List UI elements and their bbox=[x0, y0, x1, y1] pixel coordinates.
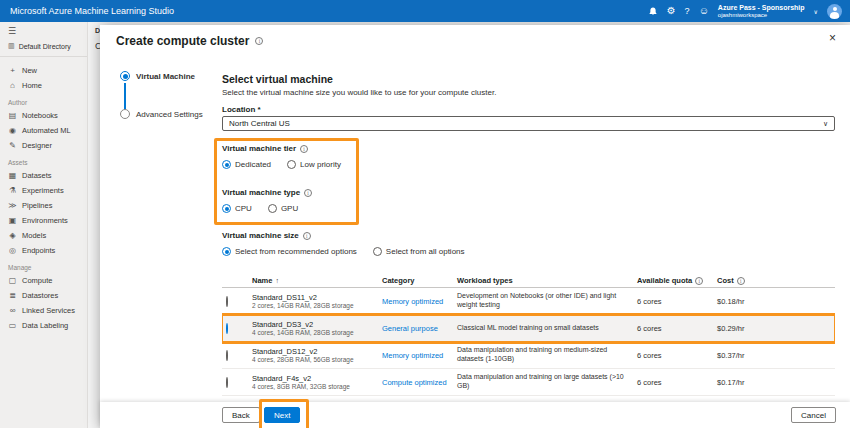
dialog-footer: Back Next Cancel bbox=[100, 402, 850, 428]
vm-category-link[interactable]: Memory optimized bbox=[382, 297, 443, 306]
vm-cost: $0.37/hr bbox=[717, 351, 835, 360]
vm-name: Standard_DS12_v2 bbox=[252, 347, 376, 356]
column-header-name[interactable]: Name ↑ bbox=[252, 276, 382, 285]
vm-category-cell: General purpose bbox=[382, 324, 457, 333]
vm-size-label: Virtual machine size bbox=[222, 231, 311, 240]
wizard-step-label: Virtual Machine bbox=[136, 72, 195, 81]
vm-workload: Data manipulation and training on medium… bbox=[457, 346, 637, 364]
vm-cost: $0.17/hr bbox=[717, 378, 835, 387]
sidebar-item[interactable]: ∞ Linked Services bbox=[0, 303, 87, 318]
vm-size-filter-options: Select from recommended options Select f… bbox=[222, 247, 465, 256]
info-icon[interactable] bbox=[304, 189, 312, 197]
help-icon[interactable]: ? bbox=[685, 7, 690, 16]
vm-size-row[interactable]: Standard_F4s_v2 4 cores, 8GB RAM, 32GB s… bbox=[222, 369, 835, 396]
radio-option[interactable]: GPU bbox=[268, 204, 298, 213]
section-heading: Select virtual machine bbox=[222, 73, 333, 85]
sidebar-item-label: Experiments bbox=[22, 186, 64, 195]
vm-category-link[interactable]: Memory optimized bbox=[382, 351, 443, 360]
wizard-step[interactable]: Advanced Settings bbox=[120, 109, 216, 119]
location-label: Location * bbox=[222, 105, 261, 114]
account-menu[interactable]: Azure Pass - Sponsorship ojashmiworkspac… bbox=[718, 4, 805, 19]
radio-icon bbox=[268, 204, 277, 213]
sidebar-item[interactable]: ≣ Datastores bbox=[0, 288, 87, 303]
column-header-category: Category bbox=[382, 276, 457, 285]
sidebar-item-label: Author bbox=[8, 99, 27, 106]
section-subheading: Select the virtual machine size you woul… bbox=[222, 88, 496, 97]
avatar[interactable] bbox=[827, 4, 842, 19]
cancel-button[interactable]: Cancel bbox=[791, 407, 836, 423]
radio-icon bbox=[222, 204, 231, 213]
sidebar-item-label: Notebooks bbox=[22, 111, 58, 120]
sidebar-item[interactable]: ⌂ Home bbox=[0, 78, 87, 93]
directory-icon: ▥ bbox=[8, 42, 15, 50]
vm-category-link[interactable]: General purpose bbox=[382, 324, 438, 333]
info-icon[interactable] bbox=[300, 145, 308, 153]
info-icon[interactable] bbox=[303, 232, 311, 240]
sort-ascending-icon: ↑ bbox=[275, 277, 279, 284]
settings-icon[interactable]: ⚙ bbox=[667, 6, 676, 16]
sidebar-item-label: Endpoints bbox=[22, 246, 55, 255]
vm-name: Standard_DS11_v2 bbox=[252, 293, 376, 302]
sidebar-item-label: Pipelines bbox=[22, 201, 52, 210]
sidebar-item-icon: ▢ bbox=[8, 276, 17, 285]
sidebar-item[interactable]: ◈ Models bbox=[0, 228, 87, 243]
radio-option[interactable]: Select from all options bbox=[373, 247, 465, 256]
sidebar-item-icon: ≣ bbox=[8, 291, 17, 300]
sidebar-item[interactable]: ◉ Automated ML bbox=[0, 123, 87, 138]
sidebar-item-label: Environments bbox=[22, 216, 68, 225]
column-header-quota: Available quota bbox=[637, 276, 717, 285]
sidebar: ☰ ▥ Default Directory + New ⌂ Home Autho… bbox=[0, 22, 88, 428]
vm-quota: 6 cores bbox=[637, 297, 717, 306]
radio-icon bbox=[226, 296, 228, 307]
sidebar-item[interactable]: ▣ Environments bbox=[0, 213, 87, 228]
notifications-icon[interactable] bbox=[648, 6, 658, 17]
wizard-step[interactable]: Virtual Machine bbox=[120, 71, 216, 81]
vm-size-row[interactable]: Standard_DS12_v2 4 cores, 28GB RAM, 56GB… bbox=[222, 342, 835, 369]
vm-type-options: CPU GPU bbox=[222, 204, 298, 213]
sidebar-item[interactable]: ▦ Datasets bbox=[0, 168, 87, 183]
topbar: Microsoft Azure Machine Learning Studio … bbox=[0, 0, 850, 22]
sidebar-item[interactable]: ◎ Endpoints bbox=[0, 243, 87, 258]
sidebar-item[interactable]: ▤ Notebooks bbox=[0, 108, 87, 123]
menu-icon[interactable]: ☰ bbox=[0, 22, 87, 38]
step-radio-icon bbox=[120, 109, 130, 119]
sidebar-item[interactable]: + New bbox=[0, 63, 87, 78]
vm-quota: 6 cores bbox=[637, 324, 717, 333]
sidebar-item-icon: ▭ bbox=[8, 321, 17, 330]
sidebar-item[interactable]: ≫ Pipelines bbox=[0, 198, 87, 213]
sidebar-item[interactable]: ⚗ Experiments bbox=[0, 183, 87, 198]
vm-name: Standard_DS3_v2 bbox=[252, 320, 376, 329]
directory-selector[interactable]: ▥ Default Directory bbox=[0, 38, 87, 57]
feedback-icon[interactable]: ☺ bbox=[699, 6, 709, 16]
radio-option[interactable]: Dedicated bbox=[222, 160, 271, 169]
sidebar-item-icon: ◎ bbox=[8, 246, 17, 255]
sidebar-item[interactable]: ✎ Designer bbox=[0, 138, 87, 153]
vm-size-row[interactable]: Standard_DS11_v2 2 cores, 14GB RAM, 28GB… bbox=[222, 288, 835, 315]
dialog-content: Select virtual machine Select the virtua… bbox=[222, 25, 835, 428]
vm-category-link[interactable]: Compute optimized bbox=[382, 378, 447, 387]
info-icon[interactable] bbox=[695, 277, 703, 285]
sidebar-item-label: Automated ML bbox=[22, 126, 71, 135]
row-radio-cell bbox=[222, 324, 252, 333]
vm-name-cell: Standard_DS11_v2 2 cores, 14GB RAM, 28GB… bbox=[252, 293, 382, 309]
vm-name: Standard_F4s_v2 bbox=[252, 374, 376, 383]
vm-workload: Development on Notebooks (or other IDE) … bbox=[457, 292, 637, 310]
info-icon[interactable] bbox=[737, 277, 745, 285]
vm-size-row[interactable]: Standard_DS3_v2 4 cores, 14GB RAM, 28GB … bbox=[222, 315, 835, 342]
sidebar-item[interactable]: ▭ Data Labeling bbox=[0, 318, 87, 333]
radio-icon bbox=[226, 323, 228, 334]
radio-label: Low priority bbox=[300, 160, 341, 169]
radio-option[interactable]: Select from recommended options bbox=[222, 247, 357, 256]
location-select[interactable]: North Central US ∨ bbox=[222, 116, 835, 131]
radio-option[interactable]: Low priority bbox=[287, 160, 341, 169]
back-button[interactable]: Back bbox=[222, 407, 260, 423]
sidebar-item-label: Assets bbox=[8, 159, 28, 166]
radio-label: GPU bbox=[281, 204, 298, 213]
radio-option[interactable]: CPU bbox=[222, 204, 252, 213]
vm-tier-options: Dedicated Low priority bbox=[222, 160, 341, 169]
radio-icon bbox=[222, 247, 231, 256]
vm-quota: 6 cores bbox=[637, 378, 717, 387]
sidebar-item-label: Linked Services bbox=[22, 306, 75, 315]
sidebar-item[interactable]: ▢ Compute bbox=[0, 273, 87, 288]
next-button[interactable]: Next bbox=[264, 407, 300, 423]
